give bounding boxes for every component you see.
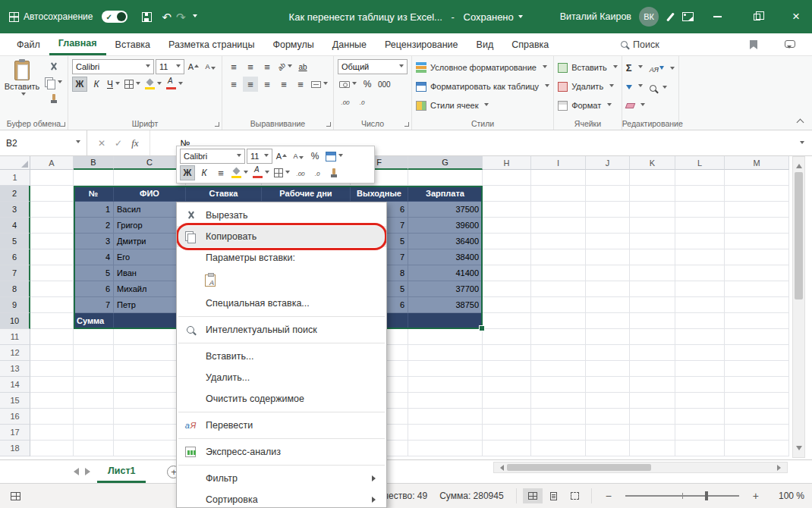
cell-G12[interactable]: [408, 345, 483, 361]
cell-A12[interactable]: [30, 345, 74, 361]
cell-J6[interactable]: [586, 249, 630, 265]
cell-L13[interactable]: [675, 361, 725, 377]
wrap-text-button[interactable]: ab: [295, 59, 310, 74]
row-header-7[interactable]: 7: [0, 265, 30, 281]
menu-item-paste-option-icon[interactable]: [177, 268, 386, 293]
draw-icon[interactable]: [666, 12, 675, 21]
align-center-button[interactable]: ≡: [243, 77, 258, 92]
tab-Вид[interactable]: Вид: [467, 33, 503, 55]
cell-A11[interactable]: [30, 329, 74, 345]
cell-A2[interactable]: [30, 186, 74, 202]
cell-H18[interactable]: [483, 441, 531, 456]
cell-A6[interactable]: [30, 249, 74, 265]
cell-H4[interactable]: [483, 218, 531, 234]
cell-K5[interactable]: [630, 234, 675, 249]
restore-button[interactable]: [741, 0, 773, 33]
cell-C8[interactable]: Михайл: [114, 281, 186, 297]
cell-H17[interactable]: [483, 425, 531, 441]
cell-J12[interactable]: [586, 345, 630, 361]
menu-item-Вставить...[interactable]: Вставить...: [177, 346, 386, 367]
cell-C11[interactable]: [114, 329, 186, 345]
cell-J17[interactable]: [586, 425, 630, 441]
fill-button[interactable]: [626, 78, 645, 95]
cut-button[interactable]: [43, 59, 64, 74]
cell-A13[interactable]: [30, 361, 74, 377]
number-format-select[interactable]: Общий: [338, 59, 408, 74]
cell-K11[interactable]: [630, 329, 675, 345]
cell-G2[interactable]: Зарплата: [408, 186, 483, 202]
cell-E2[interactable]: Рабочие дни: [262, 186, 351, 202]
cell-B2[interactable]: №: [74, 186, 114, 202]
cell-K12[interactable]: [630, 345, 675, 361]
row-header-15[interactable]: 15: [0, 393, 30, 409]
cell-A9[interactable]: [30, 297, 74, 313]
cell-H1[interactable]: [483, 170, 531, 186]
row-header-10[interactable]: 10: [0, 313, 30, 329]
menu-item-Специальная вставка...[interactable]: Специальная вставка...: [177, 293, 386, 314]
cell-H7[interactable]: [483, 265, 531, 281]
cell-J14[interactable]: [586, 377, 630, 393]
cell-I3[interactable]: [531, 202, 586, 218]
font-size-select[interactable]: 11: [156, 59, 184, 74]
cell-G4[interactable]: 39600: [408, 218, 483, 234]
cell-G8[interactable]: 37700: [408, 281, 483, 297]
row-header-11[interactable]: 11: [0, 329, 30, 345]
cell-L6[interactable]: [675, 249, 725, 265]
cell-L1[interactable]: [675, 170, 725, 186]
menu-item-Параметры вставки:[interactable]: Параметры вставки:: [177, 247, 386, 268]
cell-L14[interactable]: [675, 377, 725, 393]
cell-I8[interactable]: [531, 281, 586, 297]
cell-B18[interactable]: [74, 441, 114, 456]
autosum-button[interactable]: Σ: [626, 59, 645, 76]
app-grid-icon[interactable]: [9, 12, 19, 22]
tab-Данные[interactable]: Данные: [323, 33, 376, 55]
cell-G14[interactable]: [408, 377, 483, 393]
cell-B4[interactable]: 2: [74, 218, 114, 234]
conditional-formatting-button[interactable]: Условное форматирование: [416, 59, 549, 76]
cell-C18[interactable]: [114, 441, 186, 456]
cell-K17[interactable]: [630, 425, 675, 441]
vertical-scroll-thumb[interactable]: [795, 172, 803, 299]
mini-fill-color-button[interactable]: [230, 165, 250, 180]
page-break-view-button[interactable]: [565, 488, 585, 503]
cell-C3[interactable]: Васил: [114, 202, 186, 218]
cell-L8[interactable]: [675, 281, 725, 297]
comma-style-button[interactable]: 000: [376, 77, 392, 92]
cell-A5[interactable]: [30, 234, 74, 249]
tab-Справка[interactable]: Справка: [502, 33, 558, 55]
decrease-decimal-button[interactable]: [354, 94, 370, 109]
mini-shrink-font-button[interactable]: [291, 149, 306, 164]
tab-Формулы[interactable]: Формулы: [263, 33, 323, 55]
copy-button[interactable]: [43, 75, 64, 90]
cell-B7[interactable]: 5: [74, 265, 114, 281]
cell-J7[interactable]: [586, 265, 630, 281]
cell-C16[interactable]: [114, 409, 186, 425]
user-name[interactable]: Виталий Каиров: [560, 11, 631, 22]
cell-L10[interactable]: [675, 313, 725, 329]
cell-M1[interactable]: [725, 170, 789, 186]
number-dialog-launcher[interactable]: [404, 122, 409, 127]
cell-B12[interactable]: [74, 345, 114, 361]
cell-I4[interactable]: [531, 218, 586, 234]
cell-M4[interactable]: [725, 218, 789, 234]
cell-D2[interactable]: Ставка: [186, 186, 262, 202]
fill-color-button[interactable]: [143, 77, 163, 92]
font-color-button[interactable]: [165, 77, 184, 92]
cell-B6[interactable]: 4: [74, 249, 114, 265]
image-icon[interactable]: [682, 12, 694, 21]
cell-L2[interactable]: [675, 186, 725, 202]
cell-J5[interactable]: [586, 234, 630, 249]
cell-M7[interactable]: [725, 265, 789, 281]
cell-M6[interactable]: [725, 249, 789, 265]
cell-M10[interactable]: [725, 313, 789, 329]
cell-K6[interactable]: [630, 249, 675, 265]
cell-G18[interactable]: [408, 441, 483, 456]
mini-table-button[interactable]: [324, 149, 345, 164]
cell-B14[interactable]: [74, 377, 114, 393]
cell-H16[interactable]: [483, 409, 531, 425]
row-header-8[interactable]: 8: [0, 281, 30, 297]
cell-C10[interactable]: [114, 313, 186, 329]
cell-K2[interactable]: [630, 186, 675, 202]
menu-item-Вырезать[interactable]: Вырезать: [177, 205, 386, 226]
cell-G15[interactable]: [408, 393, 483, 409]
